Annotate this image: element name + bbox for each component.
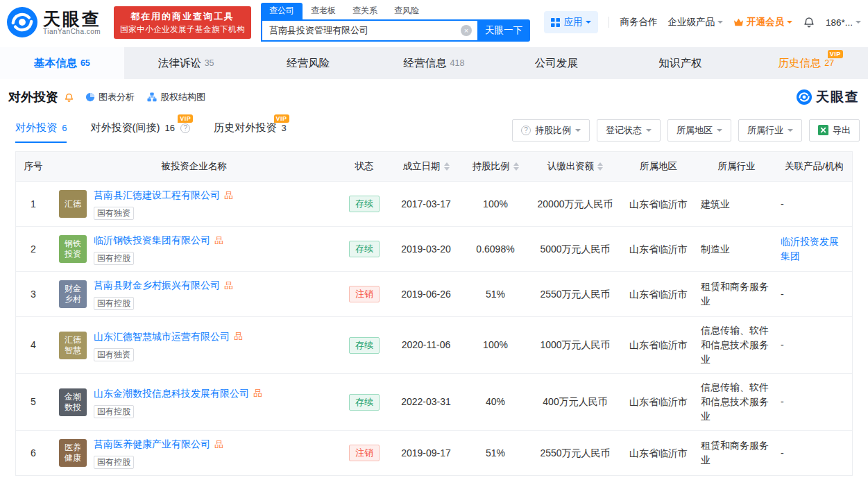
search-tab-company[interactable]: 查公司 xyxy=(261,3,303,19)
user-account-menu[interactable]: 186*... xyxy=(826,17,861,28)
filter-shareholding-ratio[interactable]: ? 持股比例 xyxy=(512,119,590,142)
subscribed-capital: 20000万元人民币 xyxy=(530,197,620,212)
search-tab-risk[interactable]: 查风险 xyxy=(386,3,427,19)
subtab-filter-row: 对外投资 6 VIP 对外投资(间接) 16 ? VIP 历史对外投资 3 ? … xyxy=(0,110,868,143)
export-button[interactable]: 导出 xyxy=(809,119,860,142)
row-index: 3 xyxy=(16,287,51,302)
equity-mini-icon[interactable]: 品 xyxy=(253,388,262,398)
col-industry: 所属行业 xyxy=(697,152,776,181)
chevron-down-icon xyxy=(787,21,792,26)
equity-mini-icon[interactable]: 品 xyxy=(224,191,233,200)
org-structure-icon xyxy=(147,92,157,102)
status-badge: 存续 xyxy=(349,196,380,212)
table-row: 2 钢铁 投资 临沂钢铁投资集团有限公司 品 国有控股 存续 2019-03-2… xyxy=(16,226,852,271)
subtab-history-investment[interactable]: VIP 历史对外投资 3 xyxy=(214,117,286,142)
brand-logo[interactable]: 天眼查 TianYanCha.com xyxy=(7,7,110,37)
row-index: 4 xyxy=(16,338,51,352)
company-name-link[interactable]: 莒南县汇德建设工程有限公司 xyxy=(94,188,220,203)
brand-domain: TianYanCha.com xyxy=(43,28,101,35)
vip-badge: VIP xyxy=(828,50,843,58)
company-avatar: 财金 乡村 xyxy=(59,280,87,308)
notifications-button[interactable] xyxy=(803,16,815,28)
vip-badge: VIP xyxy=(274,114,289,123)
tab-basic-info[interactable]: 基本信息 65 xyxy=(0,47,124,79)
top-header: 天眼查 TianYanCha.com 都在用的商业查询工具 国家中小企业发展子基… xyxy=(0,0,868,44)
tab-legal-litigation[interactable]: 法律诉讼 35 xyxy=(124,47,248,79)
open-vip-label: 开通会员 xyxy=(747,16,784,28)
clear-search-icon[interactable]: × xyxy=(461,25,472,36)
investment-table: 序号 被投资企业名称 状态 成立日期 持股比例 认缴出资额 所属地区 所属行业 … xyxy=(15,151,853,476)
company-name-link[interactable]: 山东汇德智慧城市运营有限公司 xyxy=(94,329,230,344)
promo-line1: 都在用的商业查询工具 xyxy=(120,10,245,22)
company-name-link[interactable]: 临沂钢铁投资集团有限公司 xyxy=(94,233,210,248)
section-tools: 图表分析 股权结构图 xyxy=(85,91,205,103)
region: 山东省临沂市 xyxy=(620,197,697,212)
company-name-link[interactable]: 莒南医养健康产业有限公司 xyxy=(94,437,210,452)
tab-company-development[interactable]: 公司发展 xyxy=(496,47,620,79)
search-tab-relation[interactable]: 查关系 xyxy=(344,3,386,19)
related-product-link[interactable]: 临沂投资发展集团 xyxy=(776,234,852,264)
crown-icon xyxy=(733,18,744,26)
help-icon[interactable]: ? xyxy=(180,123,190,133)
filter-region[interactable]: 所属地区 xyxy=(667,119,731,142)
chevron-down-icon xyxy=(717,129,722,135)
related-product: - xyxy=(776,197,852,212)
filter-industry[interactable]: 所属行业 xyxy=(738,119,802,142)
row-index: 6 xyxy=(16,446,51,461)
sort-icon[interactable] xyxy=(597,162,603,171)
tianyancha-watermark: 天眼查 xyxy=(797,88,860,106)
status-badge: 存续 xyxy=(349,337,380,354)
apps-button[interactable]: 应用 xyxy=(544,11,598,33)
region: 山东省临沂市 xyxy=(620,446,697,461)
company-name-link[interactable]: 山东金潮数投信息科技发展有限公司 xyxy=(94,386,249,401)
vip-badge: VIP xyxy=(178,114,193,123)
search-tab-boss[interactable]: 查老板 xyxy=(303,3,344,19)
holding-tag: 国有独资 xyxy=(94,207,134,220)
tab-operation-risk[interactable]: 经营风险 xyxy=(248,47,372,79)
sort-icon[interactable] xyxy=(513,162,519,171)
search-input[interactable] xyxy=(261,19,477,42)
subtab-outbound-investment[interactable]: 对外投资 6 xyxy=(15,117,67,143)
bell-icon xyxy=(803,16,815,28)
table-row: 5 金潮 数投 山东金潮数投信息科技发展有限公司 品 国有控股 存续 2022-… xyxy=(16,373,852,430)
shareholding-ratio: 100% xyxy=(461,197,530,212)
shareholding-ratio: 51% xyxy=(461,287,530,302)
tab-intellectual-property[interactable]: 知识产权 xyxy=(620,47,744,79)
related-product: - xyxy=(776,395,852,409)
sort-icon[interactable] xyxy=(444,162,450,171)
equity-mini-icon[interactable]: 品 xyxy=(224,281,233,291)
excel-icon xyxy=(818,125,828,135)
shareholding-ratio: 40% xyxy=(461,395,530,409)
grid-icon xyxy=(551,18,560,27)
table-header-row: 序号 被投资企业名称 状态 成立日期 持股比例 认缴出资额 所属地区 所属行业 … xyxy=(16,152,852,181)
enterprise-product-menu[interactable]: 企业级产品 xyxy=(667,16,723,28)
subtab-indirect-investment[interactable]: VIP 对外投资(间接) 16 ? xyxy=(90,117,190,142)
holding-tag: 国有独资 xyxy=(94,348,134,361)
col-shareholding-ratio: 持股比例 xyxy=(461,152,530,181)
table-row: 3 财金 乡村 莒南县财金乡村振兴有限公司 品 国有控股 注销 2019-06-… xyxy=(16,271,852,316)
col-founded-date: 成立日期 xyxy=(391,152,461,181)
table-row: 6 医养 健康 莒南医养健康产业有限公司 品 国有控股 注销 2019-09-1… xyxy=(16,430,852,475)
search-box: 查公司 查老板 查关系 查风险 × 天眼一下 xyxy=(261,3,530,42)
chart-analysis-button[interactable]: 图表分析 xyxy=(85,91,135,103)
chevron-down-icon xyxy=(717,21,723,26)
region: 山东省临沂市 xyxy=(620,338,697,352)
subscribed-capital: 1000万元人民币 xyxy=(530,338,620,352)
search-button[interactable]: 天眼一下 xyxy=(477,19,530,42)
chevron-down-icon xyxy=(586,21,591,26)
equity-mini-icon[interactable]: 品 xyxy=(234,332,243,341)
filter-registration-status[interactable]: 登记状态 xyxy=(597,119,661,142)
region: 山东省临沂市 xyxy=(620,287,697,302)
founded-date: 2019-09-17 xyxy=(391,446,461,461)
tab-history-info[interactable]: VIP 历史信息 27 xyxy=(744,47,868,79)
equity-structure-button[interactable]: 股权结构图 xyxy=(147,91,205,103)
business-cooperation-link[interactable]: 商务合作 xyxy=(620,16,657,28)
tab-business-info[interactable]: 经营信息 418 xyxy=(372,47,496,79)
open-vip-menu[interactable]: 开通会员 xyxy=(733,16,792,28)
alert-bell-icon[interactable] xyxy=(64,92,74,103)
equity-mini-icon[interactable]: 品 xyxy=(214,440,223,449)
row-index: 1 xyxy=(16,197,51,212)
company-name-link[interactable]: 莒南县财金乡村振兴有限公司 xyxy=(94,278,220,293)
founded-date: 2022-03-31 xyxy=(391,395,461,409)
equity-mini-icon[interactable]: 品 xyxy=(214,236,223,246)
